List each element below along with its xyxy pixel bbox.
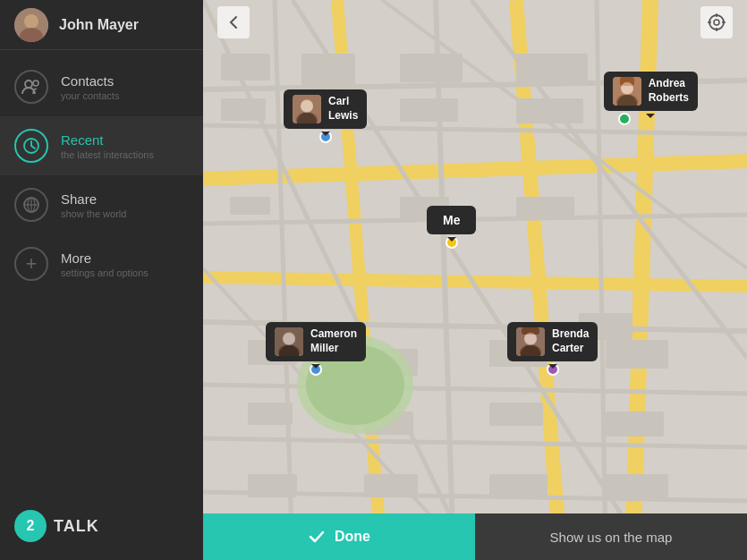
svg-rect-75 <box>522 327 539 335</box>
done-label: Done <box>335 529 370 545</box>
andrea-roberts-bubble: Andrea Roberts <box>604 72 698 111</box>
main-map-area: Carl Lewis Andrea Rober <box>203 0 747 560</box>
brand-icon: 2 <box>14 510 47 542</box>
me-bubble: Me <box>427 206 476 234</box>
svg-point-3 <box>25 81 32 88</box>
sidebar-item-contacts[interactable]: Contacts your contacts <box>0 57 203 116</box>
carl-lewis-bubble: Carl Lewis <box>284 89 367 129</box>
user-header: John Mayer <box>0 0 203 50</box>
sidebar-item-share[interactable]: Share show the world <box>0 175 203 234</box>
locate-button[interactable] <box>700 6 733 38</box>
svg-rect-31 <box>221 54 270 81</box>
brenda-carter-avatar <box>516 327 545 356</box>
checkmark-icon <box>308 528 326 546</box>
brenda-carter-bubble: Brenda Carter <box>507 322 598 361</box>
svg-rect-48 <box>489 403 543 426</box>
contacts-icon <box>14 70 48 104</box>
cameron-miller-pin[interactable]: Cameron Miller <box>266 322 366 376</box>
contacts-text: Contacts your contacts <box>61 73 119 101</box>
svg-rect-53 <box>489 474 548 497</box>
svg-rect-49 <box>606 340 668 369</box>
svg-rect-40 <box>516 98 583 123</box>
map-container[interactable]: Carl Lewis Andrea Rober <box>203 0 747 560</box>
sidebar-item-more[interactable]: + More settings and options <box>0 234 203 293</box>
svg-rect-44 <box>248 403 293 425</box>
svg-rect-54 <box>606 474 668 497</box>
andrea-roberts-name: Andrea Roberts <box>649 77 689 105</box>
carl-lewis-pin[interactable]: Carl Lewis <box>284 89 367 143</box>
svg-rect-39 <box>516 54 588 85</box>
back-button[interactable] <box>217 6 250 38</box>
carl-lewis-name: Carl Lewis <box>328 95 358 123</box>
avatar <box>14 8 48 42</box>
svg-rect-33 <box>230 197 270 215</box>
svg-rect-34 <box>301 54 355 85</box>
cameron-miller-name: Cameron Miller <box>310 327 357 355</box>
cameron-miller-bubble: Cameron Miller <box>266 322 366 361</box>
more-icon: + <box>14 247 48 281</box>
more-text: More settings and options <box>61 250 149 278</box>
svg-point-74 <box>524 332 537 344</box>
done-button[interactable]: Done <box>203 513 475 560</box>
recent-text: Recent the latest interactions <box>61 132 154 160</box>
svg-rect-68 <box>620 77 634 86</box>
bottom-bar: Done Show us on the map <box>203 513 747 560</box>
show-map-label: Show us on the map <box>550 530 673 545</box>
me-pin[interactable]: Me <box>427 206 476 249</box>
svg-rect-41 <box>516 197 574 218</box>
svg-rect-37 <box>400 98 458 122</box>
andrea-roberts-dot <box>618 113 631 125</box>
map-header <box>203 0 747 45</box>
svg-point-4 <box>33 81 38 86</box>
svg-rect-32 <box>221 98 266 121</box>
share-text: Share show the world <box>61 191 126 219</box>
brand-label: TALK <box>54 517 99 536</box>
svg-point-58 <box>714 20 719 25</box>
sidebar: John Mayer Contacts your contacts <box>0 0 203 560</box>
brenda-carter-pin[interactable]: Brenda Carter <box>507 322 598 376</box>
show-map-button[interactable]: Show us on the map <box>475 513 747 560</box>
svg-rect-52 <box>364 474 418 497</box>
sidebar-item-recent[interactable]: Recent the latest interactions <box>0 116 203 175</box>
share-icon <box>14 188 48 222</box>
user-name: John Mayer <box>59 17 139 33</box>
andrea-roberts-avatar <box>613 77 641 106</box>
brand: 2 TALK <box>0 496 203 560</box>
svg-rect-36 <box>400 54 463 82</box>
svg-point-64 <box>301 99 313 112</box>
svg-point-71 <box>283 332 295 344</box>
cameron-miller-avatar <box>275 327 303 356</box>
svg-rect-51 <box>248 474 297 497</box>
carl-lewis-avatar <box>293 95 321 123</box>
brenda-carter-name: Brenda Carter <box>552 327 589 355</box>
svg-rect-50 <box>606 412 664 437</box>
recent-icon <box>14 129 48 163</box>
svg-point-57 <box>709 15 724 30</box>
avatar-image <box>14 8 48 42</box>
andrea-roberts-pin[interactable]: Andrea Roberts <box>604 72 698 125</box>
nav-items: Contacts your contacts Recent the latest… <box>0 50 203 496</box>
svg-point-67 <box>621 81 633 94</box>
svg-point-1 <box>24 14 38 29</box>
